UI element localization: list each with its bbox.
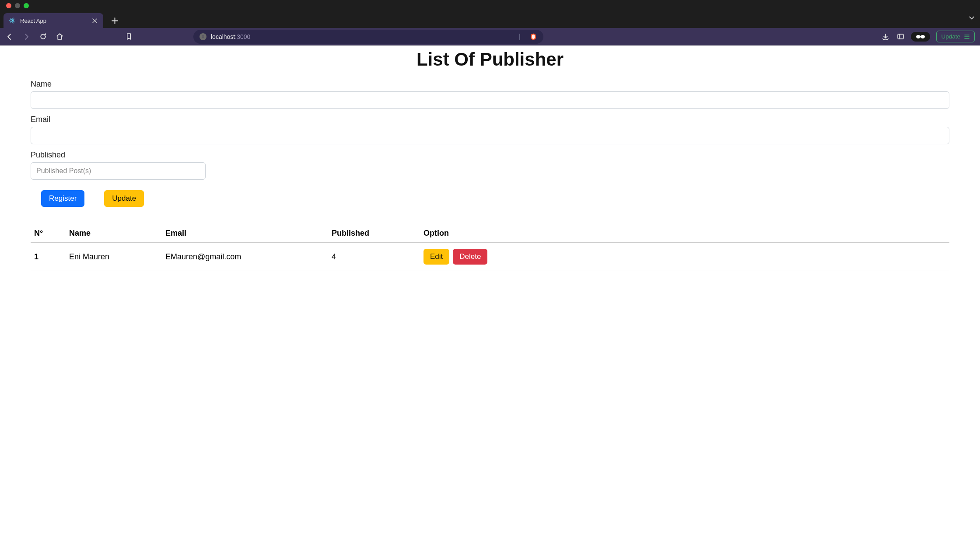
bookmark-icon[interactable] [124, 32, 133, 41]
close-window-button[interactable] [6, 3, 11, 8]
window-title-bar [0, 0, 980, 11]
update-button[interactable]: Update [104, 190, 144, 207]
reload-button[interactable] [38, 32, 47, 41]
page-title: List Of Publisher [31, 49, 949, 70]
browser-tabbar: React App [0, 11, 980, 28]
browser-tab-active[interactable]: React App [4, 13, 103, 28]
email-input[interactable] [31, 127, 949, 144]
svg-point-4 [203, 35, 203, 36]
svg-point-0 [12, 20, 13, 21]
form-group-published: Published [31, 150, 949, 180]
page-content: List Of Publisher Name Email Published R… [0, 45, 980, 289]
name-input[interactable] [31, 91, 949, 109]
home-button[interactable] [55, 32, 64, 41]
published-label: Published [31, 150, 949, 160]
url-port: :3000 [235, 33, 250, 40]
browser-toolbar: localhost:3000 | Update [0, 28, 980, 45]
cell-name: Eni Mauren [66, 243, 162, 271]
svg-rect-10 [920, 36, 921, 37]
url-text: localhost:3000 [211, 33, 250, 40]
email-label: Email [31, 115, 949, 124]
tab-title: React App [20, 17, 87, 24]
th-no: N° [31, 224, 66, 243]
browser-update-button[interactable]: Update [936, 31, 975, 42]
publisher-table: N° Name Email Published Option 1 Eni Mau… [31, 224, 949, 271]
svg-rect-5 [203, 36, 203, 38]
minimize-window-button[interactable] [15, 3, 20, 8]
table-row: 1 Eni Mauren EMauren@gmail.com 4 Edit De… [31, 243, 949, 271]
maximize-window-button[interactable] [24, 3, 29, 8]
site-info-icon[interactable] [200, 33, 206, 40]
downloads-icon[interactable] [881, 32, 890, 41]
react-favicon-icon [9, 17, 16, 24]
form-group-name: Name [31, 80, 949, 109]
cell-published: 4 [328, 243, 420, 271]
private-mode-icon[interactable] [911, 32, 930, 42]
th-name: Name [66, 224, 162, 243]
name-label: Name [31, 80, 949, 89]
delete-button[interactable]: Delete [453, 249, 487, 265]
forward-button[interactable] [22, 32, 31, 41]
register-button[interactable]: Register [41, 190, 84, 207]
table-header-row: N° Name Email Published Option [31, 224, 949, 243]
close-tab-button[interactable] [91, 17, 98, 24]
addressbar-divider: | [519, 33, 525, 41]
address-bar[interactable]: localhost:3000 | [193, 30, 543, 44]
cell-option: Edit Delete [420, 243, 949, 271]
svg-rect-6 [898, 34, 903, 39]
th-published: Published [328, 224, 420, 243]
th-option: Option [420, 224, 949, 243]
form-group-email: Email [31, 115, 949, 144]
form-buttons: Register Update [31, 190, 949, 207]
url-host: localhost [211, 33, 235, 40]
edit-button[interactable]: Edit [424, 249, 449, 265]
sidebar-toggle-icon[interactable] [896, 32, 905, 41]
tab-overflow-button[interactable] [969, 15, 975, 23]
back-button[interactable] [5, 32, 14, 41]
cell-no: 1 [31, 243, 66, 271]
th-email: Email [162, 224, 328, 243]
cell-email: EMauren@gmail.com [162, 243, 328, 271]
update-label: Update [941, 33, 960, 40]
brave-shields-icon[interactable] [529, 33, 537, 41]
new-tab-button[interactable] [108, 14, 121, 27]
published-input[interactable] [31, 162, 206, 180]
